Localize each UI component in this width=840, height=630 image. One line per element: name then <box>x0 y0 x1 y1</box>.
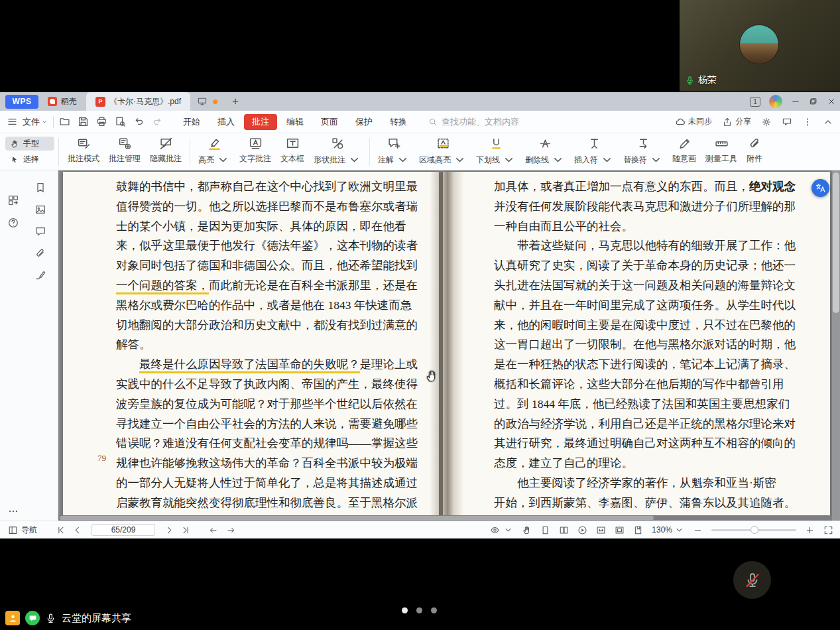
text-segment: 而此前无论是在百科全书派那里，还是在 <box>209 279 418 292</box>
vertical-scrollbar[interactable] <box>832 170 840 521</box>
microphone-muted-button[interactable] <box>733 561 771 599</box>
slideshow-button[interactable] <box>577 525 587 535</box>
ribbon-button-strikethrough[interactable]: 删除线 <box>521 133 569 170</box>
window-count-badge[interactable]: 1 <box>750 97 760 107</box>
zoom-slider[interactable] <box>711 529 796 531</box>
zoom-in-button[interactable] <box>805 525 815 535</box>
signature-icon[interactable] <box>34 269 46 281</box>
menu-tab-插入[interactable]: 插入 <box>210 114 243 130</box>
last-page-button[interactable] <box>181 525 191 535</box>
zoom-level-dropdown[interactable]: 130% <box>652 525 684 535</box>
hand-mode-button[interactable] <box>522 525 532 535</box>
menu-tab-转换[interactable]: 转换 <box>382 114 415 130</box>
hand-tool-button[interactable]: 手型 <box>5 137 54 151</box>
next-page-button[interactable] <box>164 525 174 535</box>
text-segment: 来，他的闲暇时间主要是在阅读中度过，只不过在巴黎他的 <box>494 318 796 332</box>
ribbon-button-textbox[interactable]: 文本框 <box>276 133 308 168</box>
fullscreen-button[interactable] <box>823 525 833 535</box>
previous-view-button[interactable] <box>208 525 218 535</box>
ribbon-button-area-highlight[interactable]: 区域高亮 <box>415 133 471 170</box>
page-indicator-dots[interactable] <box>402 607 437 613</box>
maximize-button[interactable] <box>809 97 818 106</box>
select-tool-button[interactable]: 选择 <box>5 153 54 166</box>
settings-icon[interactable] <box>761 117 772 127</box>
single-page-view-button[interactable] <box>540 525 550 535</box>
print-button[interactable] <box>96 116 107 127</box>
panel-grid-icon[interactable] <box>7 194 19 206</box>
read-mode-button[interactable] <box>490 525 513 535</box>
ribbon-button-freedraw[interactable]: 随意画 <box>668 133 700 168</box>
new-tab-button[interactable]: + <box>228 95 243 108</box>
bookmark-view-button[interactable] <box>633 525 643 535</box>
comments-panel-icon[interactable] <box>782 117 792 127</box>
menu-tab-编辑[interactable]: 编辑 <box>278 114 312 130</box>
horizontal-scrollbar[interactable] <box>58 515 840 521</box>
ribbon-button-annotation-mode[interactable]: 批注模式 <box>64 133 103 168</box>
next-view-button[interactable] <box>226 525 236 535</box>
menu-tab-开始[interactable]: 开始 <box>175 114 208 130</box>
tab-document[interactable]: P 《卡尔·马克思》.pdf <box>86 92 190 111</box>
ribbon-button-caret[interactable]: 插入符 <box>570 133 618 170</box>
comment-icon[interactable] <box>34 225 46 237</box>
save-button[interactable] <box>78 116 89 127</box>
open-file-button[interactable] <box>59 116 70 127</box>
zoom-slider-knob[interactable] <box>750 526 758 534</box>
menu-tab-页面[interactable]: 页面 <box>313 114 346 130</box>
bookmark-icon[interactable] <box>34 182 46 194</box>
navigation-toggle[interactable]: 导航 <box>8 525 37 536</box>
menu-tab-保护[interactable]: 保护 <box>347 114 381 130</box>
highlight-icon <box>208 137 221 151</box>
more-icon[interactable] <box>7 505 19 517</box>
more-options-icon[interactable] <box>802 117 813 127</box>
zoom-out-button[interactable] <box>693 525 703 535</box>
ribbon-button-measure[interactable]: 测量工具 <box>701 133 741 168</box>
ribbon-button-replace[interactable]: 替换符 <box>619 133 667 170</box>
previous-page-button[interactable] <box>72 525 82 535</box>
statusbar-right-cluster: 130% <box>490 525 833 535</box>
redo-button[interactable] <box>152 116 163 127</box>
document-viewport[interactable]: 79 鼓舞的书信中，都声称自己在这个中心找到了欧洲文明里最值得赞赏的一切。他之所… <box>58 170 840 521</box>
sync-status[interactable]: 未同步 <box>675 116 712 127</box>
page-number-input[interactable]: 65/209 <box>91 524 155 536</box>
two-page-view-button[interactable] <box>559 525 569 535</box>
hamburger-icon[interactable] <box>7 116 18 127</box>
ribbon-button-annotation-manage[interactable]: 批注管理 <box>105 133 145 168</box>
collapse-ribbon-icon[interactable] <box>823 117 833 127</box>
dot-active[interactable] <box>402 607 408 613</box>
file-menu-button[interactable]: 文件 <box>23 116 40 128</box>
horizontal-scrollbar-thumb[interactable] <box>60 516 654 520</box>
search-input[interactable]: 查找功能、文档内容 <box>428 116 519 128</box>
help-icon[interactable] <box>7 217 19 229</box>
ribbon-button-text-annotation[interactable]: 文字批注 <box>235 133 275 168</box>
participant-video-tile[interactable]: 杨荣 <box>680 0 840 92</box>
wps-logo[interactable]: WPS <box>5 95 38 109</box>
tab-docer[interactable]: 稻壳 <box>38 92 86 111</box>
minimize-button[interactable] <box>791 97 800 106</box>
menu-tab-批注[interactable]: 批注 <box>244 114 277 130</box>
account-avatar[interactable] <box>769 95 782 108</box>
ribbon-button-shape-annotation[interactable]: 形状批注 <box>310 133 365 170</box>
ribbon-button-attachment[interactable]: 附件 <box>743 133 766 168</box>
dot[interactable] <box>416 607 422 613</box>
file-menu-caret-icon[interactable] <box>41 119 48 125</box>
first-page-button[interactable] <box>56 525 66 535</box>
text-segment: 其进行研究，最终通过明确自己对这两种互不相容的倾向的 <box>494 436 796 450</box>
clip-icon[interactable] <box>34 247 46 259</box>
ribbon-button-note[interactable]: 注解 <box>374 133 414 170</box>
undo-button[interactable] <box>133 116 145 127</box>
print-preview-button[interactable] <box>115 116 126 127</box>
thumbnail-icon[interactable] <box>34 204 46 216</box>
dot[interactable] <box>431 607 437 613</box>
ribbon-button-label: 删除线 <box>525 155 549 166</box>
ribbon-button-underline[interactable]: 下划线 <box>472 133 520 170</box>
vertical-scrollbar-thumb[interactable] <box>833 172 839 313</box>
book-gutter-shadow <box>430 172 464 517</box>
translate-float-button[interactable] <box>811 179 829 197</box>
pdf-file-icon: P <box>95 97 105 107</box>
fit-width-button[interactable] <box>596 525 606 535</box>
ribbon-button-highlight[interactable]: 高亮 <box>194 133 234 170</box>
ribbon-button-hide-annotation[interactable]: 隐藏批注 <box>146 133 186 168</box>
fit-page-button[interactable] <box>615 525 625 535</box>
close-button[interactable] <box>827 97 836 106</box>
share-button[interactable]: 分享 <box>722 116 751 127</box>
